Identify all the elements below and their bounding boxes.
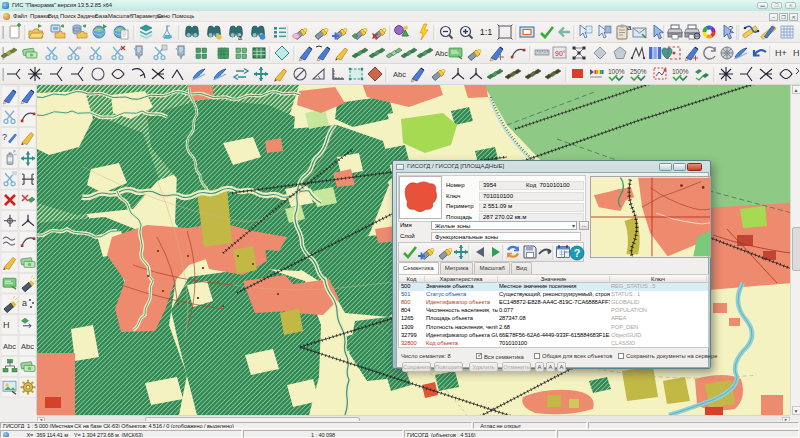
svg-text:H+: H+	[775, 48, 787, 58]
svg-text:Abc: Abc	[3, 342, 16, 351]
svg-text:100%: 100%	[608, 68, 625, 75]
svg-text:a: a	[627, 23, 632, 32]
svg-text:?: ?	[728, 24, 733, 34]
svg-text:100%: 100%	[672, 68, 689, 75]
svg-text:a: a	[22, 298, 27, 308]
svg-text:?: ?	[2, 132, 7, 142]
svg-text:a: a	[238, 34, 242, 41]
svg-text:Abc: Abc	[393, 70, 406, 79]
svg-text:?: ?	[574, 246, 580, 258]
svg-text:Abc: Abc	[435, 49, 448, 58]
svg-text:Abc: Abc	[21, 342, 34, 351]
svg-text:H: H	[3, 320, 10, 330]
svg-text:H: H	[793, 48, 800, 58]
svg-text:1:1: 1:1	[480, 27, 493, 37]
svg-text:250%: 250%	[630, 68, 647, 75]
svg-text:90°: 90°	[555, 50, 566, 57]
